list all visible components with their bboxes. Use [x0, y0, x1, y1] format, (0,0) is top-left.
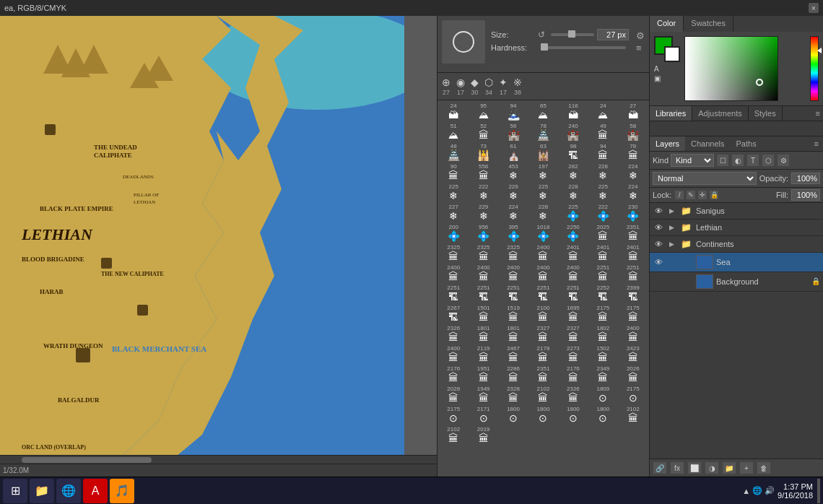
brush-cell[interactable]: 224❄	[499, 203, 528, 222]
size-value[interactable]	[597, 29, 629, 40]
layer-expand-arrow[interactable]: ▶	[667, 240, 676, 248]
brush-cell[interactable]: 2400🏛	[469, 264, 497, 283]
brush-type-scatter[interactable]: ◆ 30	[469, 75, 480, 97]
brush-cell[interactable]: 2251🏗	[469, 284, 497, 303]
lock-paint-btn[interactable]: ✎	[686, 190, 696, 200]
brush-cell[interactable]: 453❄	[499, 162, 528, 182]
tab-layers[interactable]: Layers	[650, 136, 685, 151]
type-filter-btn[interactable]: T	[746, 154, 759, 167]
add-style-btn[interactable]: fx	[670, 461, 684, 474]
brush-cell[interactable]: 52🏛	[469, 122, 497, 142]
brush-cell[interactable]: 1800⊙	[528, 405, 557, 425]
brush-cell[interactable]: 2351🏛	[619, 223, 648, 243]
new-layer-btn[interactable]: +	[739, 461, 754, 474]
brush-cell[interactable]: 2325🏛	[439, 243, 468, 263]
brush-cell[interactable]: 228❄	[559, 183, 588, 202]
brush-cell[interactable]: 229❄	[469, 203, 497, 222]
brush-cell[interactable]: 2325🏛	[499, 243, 528, 263]
brush-cell[interactable]: 2102🏛	[439, 425, 468, 445]
canvas[interactable]: THE UNDEAD CALIPHATE BLACK PLATE EMPIRE …	[0, 16, 404, 471]
brush-cell[interactable]: 2251🏗	[439, 284, 468, 303]
brush-cell[interactable]: 24🏔	[439, 102, 468, 121]
layer-list[interactable]: 👁 ▶ 📁 Sanigus 👁 ▶ 📁 Lethian 👁 ▶ 📁 Contin…	[650, 203, 823, 459]
tab-adjustments[interactable]: Adjustments	[692, 106, 749, 121]
brush-cell[interactable]: 61⛪	[499, 142, 528, 162]
brush-cell[interactable]: 1501🏛	[469, 304, 497, 323]
brush-cell[interactable]: 229❄	[499, 183, 528, 202]
acrobat-btn[interactable]: A	[83, 479, 108, 503]
panel-icon[interactable]: ≡	[636, 43, 645, 53]
delete-layer-btn[interactable]: 🗑	[757, 461, 771, 474]
brush-cell[interactable]: 1800⊙	[588, 405, 617, 425]
hardness-slider[interactable]	[541, 46, 626, 49]
pixel-filter-btn[interactable]: ☐	[716, 154, 729, 167]
brush-cell[interactable]: 2400🏛	[559, 264, 588, 283]
brush-cell[interactable]: 2251🏗	[528, 284, 557, 303]
brush-cell[interactable]: 1502🏛	[588, 344, 617, 364]
brush-cell[interactable]: 2028🏛	[439, 385, 468, 404]
brush-cell[interactable]: 2401🏛	[559, 243, 588, 263]
brush-cell[interactable]: 1800⊙	[499, 405, 528, 425]
tab-styles[interactable]: Styles	[749, 106, 783, 121]
lock-all-btn[interactable]: 🔒	[709, 190, 719, 200]
brush-cell[interactable]: 2175⊙	[439, 405, 468, 425]
brush-cell[interactable]: 2102🏛	[619, 405, 648, 425]
layers-expand-icon[interactable]: ≡	[810, 138, 823, 149]
lock-transparency-btn[interactable]: /	[674, 190, 684, 200]
brush-cell[interactable]: 2349🏛	[588, 365, 617, 384]
brush-cell[interactable]: 78🏛	[619, 142, 648, 162]
shape-filter-btn[interactable]: ⬡	[762, 154, 775, 167]
brush-cell[interactable]: 1519🏛	[499, 304, 528, 323]
brush-cell[interactable]: 58🏰	[619, 122, 648, 142]
brush-cell[interactable]: 94🗻	[499, 102, 528, 121]
brush-cell[interactable]: 1801🏛	[499, 324, 528, 344]
brush-cell[interactable]: 222❄	[469, 183, 497, 202]
brush-cell[interactable]: 51⛰	[439, 122, 468, 142]
brush-cell[interactable]: 200💠	[439, 223, 468, 243]
brush-cell[interactable]: 1695🏛	[559, 304, 588, 323]
brush-cell[interactable]: 2401🏛	[619, 243, 648, 263]
brush-cell[interactable]: 2400🏛	[439, 344, 468, 364]
brush-cell[interactable]: 228❄	[528, 203, 557, 222]
layer-visibility-toggle[interactable]: 👁	[653, 238, 664, 250]
brush-cell[interactable]: 98🏗	[559, 142, 588, 162]
layer-item[interactable]: 👁 ▶ 📁 Lethian	[650, 220, 823, 236]
scroll-thumb-h[interactable]	[22, 457, 152, 463]
layer-item[interactable]: 👁 Sea	[650, 253, 823, 272]
brush-cell[interactable]: 116🏔	[559, 102, 588, 121]
tab-color[interactable]: Color	[650, 16, 684, 32]
brush-cell[interactable]: 2400🏛	[439, 264, 468, 283]
add-mask-btn[interactable]: ⬜	[687, 461, 702, 474]
brush-cell[interactable]: 2251🏛	[588, 264, 617, 283]
tab-swatches[interactable]: Swatches	[684, 16, 733, 32]
brush-cell[interactable]: 2328🏛	[499, 385, 528, 404]
brush-cell[interactable]: 2400🏛	[528, 243, 557, 263]
brush-cell[interactable]: 2325🏛	[469, 243, 497, 263]
brush-cell[interactable]: 2400🏛	[619, 324, 648, 344]
brush-cell[interactable]: 90🏛	[439, 162, 468, 182]
brush-cell[interactable]: 225❄	[528, 183, 557, 202]
tab-paths[interactable]: Paths	[731, 136, 762, 151]
brush-cell[interactable]: 2250💠	[559, 223, 588, 243]
refresh-icon[interactable]: ↺	[538, 30, 545, 40]
brush-cell[interactable]: 27🏔	[619, 102, 648, 121]
brush-cell[interactable]: 24⛰	[588, 102, 617, 121]
brush-cell[interactable]: 95⛰	[469, 102, 497, 121]
layer-visibility-toggle[interactable]: 👁	[653, 222, 664, 233]
brush-cell[interactable]: 227❄	[439, 203, 468, 222]
adj-filter-btn[interactable]: ◐	[731, 154, 744, 167]
brush-cell[interactable]: 94🏛	[588, 142, 617, 162]
brush-cell[interactable]: 240🏰	[559, 122, 588, 142]
start-button[interactable]: ⊞	[3, 479, 27, 503]
layer-visibility-toggle[interactable]: 👁	[653, 205, 664, 217]
brush-cell[interactable]: 65⛰	[528, 102, 557, 121]
size-slider[interactable]	[551, 33, 594, 36]
brush-cell[interactable]: 2400🏛	[528, 264, 557, 283]
blend-mode-select[interactable]: Normal	[653, 172, 757, 185]
brush-cell[interactable]: 2286🏛	[499, 365, 528, 384]
brush-cell[interactable]: 2025🏛	[588, 223, 617, 243]
layer-visibility-toggle[interactable]: 👁	[653, 256, 664, 268]
tab-channels[interactable]: Channels	[685, 136, 730, 151]
brush-cell[interactable]: 2251🏗	[499, 284, 528, 303]
new-group-btn[interactable]: 📁	[722, 461, 736, 474]
